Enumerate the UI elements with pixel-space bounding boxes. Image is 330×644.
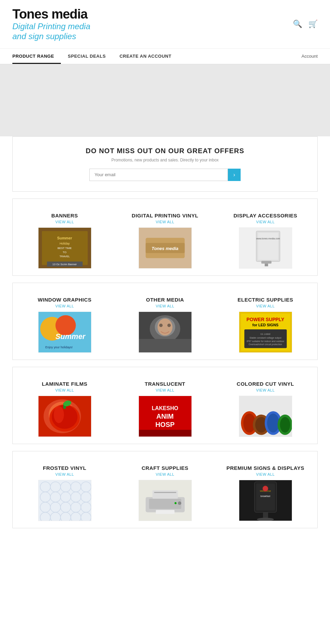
- product-section-4: FROSTED VINYL VIEW ALL: [12, 451, 318, 528]
- product-colored-cut-vinyl[interactable]: COLORED CUT VINYL VIEW ALL: [217, 377, 314, 440]
- product-digital-vinyl-img: Tones media: [139, 227, 192, 269]
- product-other-media-title: OTHER MEDIA: [146, 297, 184, 303]
- product-frosted-vinyl-viewall[interactable]: VIEW ALL: [55, 472, 74, 476]
- product-laminate-films-viewall[interactable]: VIEW ALL: [55, 388, 74, 392]
- svg-point-30: [167, 324, 170, 327]
- site-header: Tones media Digital Printing media and s…: [0, 0, 330, 49]
- product-laminate-films[interactable]: LAMINATE FILMS VIEW ALL: [16, 377, 113, 440]
- product-electric-supplies-viewall[interactable]: VIEW ALL: [256, 304, 275, 308]
- svg-rect-89: [154, 492, 176, 493]
- nav-item-product-range[interactable]: PRODUCT RANGE: [12, 49, 61, 64]
- display-image: www.tones-media.com: [239, 227, 292, 269]
- svg-rect-86: [149, 499, 181, 509]
- promo-section: DO NOT MISS OUT ON OUR GREAT OFFERS Prom…: [12, 136, 318, 192]
- product-window-graphics-viewall[interactable]: VIEW ALL: [55, 304, 74, 308]
- product-translucent[interactable]: TRANSLUCENT VIEW ALL LAKESHO ANIM HOSP: [117, 377, 213, 440]
- svg-rect-88: [156, 510, 174, 514]
- svg-text:Stable constant voltage output: Stable constant voltage output: [249, 336, 281, 339]
- nav-account[interactable]: Account: [301, 54, 318, 59]
- product-other-media[interactable]: OTHER MEDIA VIEW ALL: [117, 293, 213, 356]
- product-section-3: LAMINATE FILMS VIEW ALL TRANSLUCENT: [12, 367, 318, 444]
- svg-text:UL Listed: UL Listed: [260, 332, 270, 335]
- svg-point-97: [263, 486, 268, 491]
- svg-rect-63: [38, 480, 91, 520]
- product-section-2: WINDOW GRAPHICS VIEW ALL Summer Enjoy yo…: [12, 283, 318, 360]
- laminate-image: [38, 396, 91, 437]
- product-display-accessories-viewall[interactable]: VIEW ALL: [256, 220, 275, 224]
- header-icons: 🔍 🛒: [293, 20, 318, 29]
- product-colored-cut-vinyl-title: COLORED CUT VINYL: [237, 381, 294, 387]
- product-frosted-vinyl-title: FROSTED VINYL: [43, 465, 87, 471]
- promo-subtitle: Promotions, new products and sales. Dire…: [20, 158, 310, 162]
- product-digital-vinyl-viewall[interactable]: VIEW ALL: [156, 220, 174, 224]
- svg-rect-53: [139, 430, 191, 437]
- svg-point-60: [267, 414, 279, 432]
- svg-text:Overload/short circuit protect: Overload/short circuit protection: [249, 343, 282, 346]
- product-electric-supplies[interactable]: ELECTRIC SUPPLIES VIEW ALL POWER SUPPLY …: [217, 293, 314, 356]
- svg-point-99: [257, 518, 274, 521]
- svg-text:Tones media: Tones media: [152, 246, 178, 251]
- promo-form: ›: [89, 169, 241, 181]
- svg-rect-17: [261, 261, 272, 263]
- svg-text:TRAVEL: TRAVEL: [59, 255, 70, 258]
- product-banners-title: BANNERS: [51, 213, 78, 218]
- product-electric-supplies-img: POWER SUPPLY for LED SIGNS UL Listed Sta…: [239, 312, 292, 353]
- product-craft-supplies-img: [139, 480, 192, 521]
- svg-text:HOSP: HOSP: [155, 420, 175, 428]
- vinyl-image: Tones media: [139, 227, 191, 269]
- subscribe-button[interactable]: ›: [228, 169, 241, 181]
- product-frosted-vinyl[interactable]: FROSTED VINYL VIEW ALL: [16, 462, 113, 524]
- product-premium-signs-viewall[interactable]: VIEW ALL: [256, 472, 275, 476]
- product-display-accessories[interactable]: DISPLAY ACCESSORIES VIEW ALL www.tones-m…: [217, 209, 314, 272]
- svg-text:breakfast: breakfast: [260, 495, 270, 497]
- product-banners[interactable]: BANNERS VIEW ALL Summer Holiday BEST TIM…: [16, 209, 113, 272]
- svg-text:13 Oz Scrim Banner: 13 Oz Scrim Banner: [52, 263, 77, 266]
- colored-vinyl-image: [239, 396, 292, 437]
- svg-rect-15: [258, 233, 278, 260]
- banners-image: Summer Holiday BEST TIME TO TRAVEL 13 Oz…: [38, 227, 91, 269]
- svg-point-91: [174, 502, 176, 504]
- svg-point-90: [178, 501, 181, 505]
- nav-item-special-deals[interactable]: SPECIAL DEALS: [68, 49, 112, 64]
- svg-text:Holiday: Holiday: [59, 242, 70, 245]
- product-colored-cut-vinyl-viewall[interactable]: VIEW ALL: [256, 388, 275, 392]
- product-premium-signs[interactable]: PREMIUM SIGNS & DISPLAYS VIEW ALL Welcom…: [217, 462, 314, 524]
- product-laminate-films-title: LAMINATE FILMS: [42, 381, 88, 387]
- product-other-media-viewall[interactable]: VIEW ALL: [156, 304, 174, 308]
- product-colored-cut-vinyl-img: [239, 396, 292, 437]
- search-icon[interactable]: 🔍: [293, 20, 302, 29]
- product-premium-signs-title: PREMIUM SIGNS & DISPLAYS: [227, 465, 304, 471]
- product-frosted-vinyl-img: [38, 480, 91, 521]
- product-other-media-img: [139, 312, 192, 353]
- product-premium-signs-img: Welcome breakfast: [239, 480, 292, 521]
- product-digital-vinyl-title: DIGITAL PRINTING VINYL: [132, 213, 198, 218]
- product-grid-2: WINDOW GRAPHICS VIEW ALL Summer Enjoy yo…: [16, 293, 314, 356]
- svg-point-62: [280, 417, 290, 432]
- svg-text:Enjoy your holidays!: Enjoy your holidays!: [45, 346, 72, 349]
- product-electric-supplies-title: ELECTRIC SUPPLIES: [238, 297, 293, 303]
- product-digital-vinyl[interactable]: DIGITAL PRINTING VINYL VIEW ALL Tones me…: [117, 209, 213, 272]
- frosted-image: [38, 480, 91, 521]
- main-nav: PRODUCT RANGE SPECIAL DEALS CREATE AN AC…: [0, 49, 330, 64]
- window-image: Summer Enjoy your holidays!: [38, 312, 91, 353]
- product-window-graphics[interactable]: WINDOW GRAPHICS VIEW ALL Summer Enjoy yo…: [16, 293, 113, 356]
- product-craft-supplies[interactable]: CRAFT SUPPLIES VIEW ALL: [117, 462, 213, 524]
- svg-rect-31: [139, 339, 191, 352]
- other-media-image: [139, 312, 191, 353]
- product-display-accessories-img: www.tones-media.com: [239, 227, 292, 269]
- nav-item-create-account[interactable]: CREATE AN ACCOUNT: [120, 49, 178, 64]
- product-window-graphics-title: WINDOW GRAPHICS: [38, 297, 92, 303]
- svg-rect-87: [152, 490, 178, 499]
- product-translucent-viewall[interactable]: VIEW ALL: [156, 388, 174, 392]
- cart-icon[interactable]: 🛒: [308, 20, 318, 29]
- svg-text:BEST TIME: BEST TIME: [57, 247, 72, 250]
- email-input[interactable]: [89, 169, 228, 181]
- premium-image: Welcome breakfast: [239, 480, 292, 521]
- product-grid-3: LAMINATE FILMS VIEW ALL TRANSLUCENT: [16, 377, 314, 440]
- svg-point-48: [54, 406, 64, 423]
- product-banners-viewall[interactable]: VIEW ALL: [55, 220, 74, 224]
- product-craft-supplies-viewall[interactable]: VIEW ALL: [156, 472, 174, 476]
- svg-text:LAKESHO: LAKESHO: [152, 405, 178, 411]
- svg-text:ANIM: ANIM: [156, 413, 173, 420]
- svg-text:TO: TO: [63, 250, 66, 253]
